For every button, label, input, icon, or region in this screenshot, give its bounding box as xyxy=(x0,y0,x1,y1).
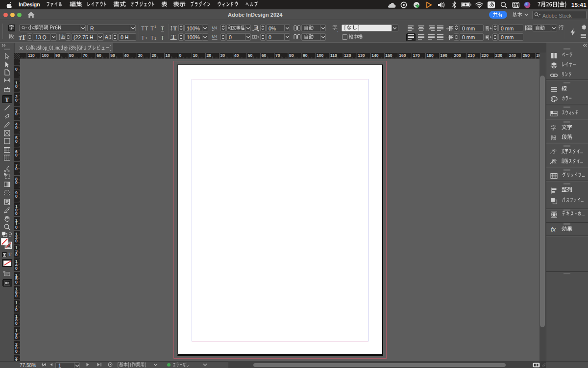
svg-text:140: 140 xyxy=(371,53,379,58)
svg-text:0: 0 xyxy=(15,238,18,243)
svg-text:T: T xyxy=(22,34,26,40)
svg-text:160: 160 xyxy=(399,53,406,58)
svg-text:0: 0 xyxy=(15,321,18,326)
svg-text:250: 250 xyxy=(523,53,530,58)
svg-text:80: 80 xyxy=(289,53,294,58)
svg-text:あ: あ xyxy=(61,34,65,38)
svg-text:0: 0 xyxy=(15,211,18,216)
svg-text:0: 0 xyxy=(15,97,18,102)
svg-text:240: 240 xyxy=(509,53,516,58)
svg-text:60: 60 xyxy=(97,53,101,58)
svg-text:0: 0 xyxy=(15,66,18,71)
svg-text:0: 0 xyxy=(15,335,18,340)
svg-text:180: 180 xyxy=(426,53,434,58)
svg-text:A: A xyxy=(105,34,108,40)
svg-text:0: 0 xyxy=(15,348,18,353)
svg-text:40: 40 xyxy=(124,53,129,58)
svg-text:VA: VA xyxy=(212,34,218,39)
svg-text:0: 0 xyxy=(15,280,18,285)
svg-text:90: 90 xyxy=(55,53,60,58)
svg-text:0: 0 xyxy=(15,307,18,312)
svg-text:0: 0 xyxy=(179,53,182,58)
svg-text:120: 120 xyxy=(344,53,351,58)
svg-text:0: 0 xyxy=(15,111,18,116)
svg-text:70: 70 xyxy=(275,53,280,58)
svg-text:60: 60 xyxy=(262,53,267,58)
svg-text:VA: VA xyxy=(212,26,218,30)
svg-text:100: 100 xyxy=(317,53,324,58)
svg-text:80: 80 xyxy=(69,53,74,58)
svg-text:170: 170 xyxy=(413,53,420,58)
svg-text:0: 0 xyxy=(15,252,18,257)
svg-text:110: 110 xyxy=(28,53,35,58)
svg-text:230: 230 xyxy=(495,53,503,58)
svg-text:90: 90 xyxy=(303,53,308,58)
svg-text:0: 0 xyxy=(15,225,18,230)
svg-text:30: 30 xyxy=(220,53,225,58)
svg-text:10: 10 xyxy=(165,53,170,58)
svg-text:0: 0 xyxy=(15,293,18,298)
svg-text:0: 0 xyxy=(15,125,18,130)
svg-text:0: 0 xyxy=(15,152,18,157)
svg-text:70: 70 xyxy=(83,53,88,58)
svg-text:0: 0 xyxy=(15,266,18,271)
svg-text:50: 50 xyxy=(248,53,253,58)
svg-text:T: T xyxy=(173,25,177,31)
svg-text:0: 0 xyxy=(15,138,18,143)
svg-text:190: 190 xyxy=(441,53,448,58)
svg-text:110: 110 xyxy=(330,53,337,58)
svg-text:150: 150 xyxy=(385,53,392,58)
svg-text:40: 40 xyxy=(234,53,239,58)
svg-text:0: 0 xyxy=(15,83,18,88)
svg-text:0: 0 xyxy=(15,166,18,171)
svg-text:10: 10 xyxy=(193,53,198,58)
svg-text:30: 30 xyxy=(138,53,143,58)
svg-text:100: 100 xyxy=(42,53,49,58)
svg-text:130: 130 xyxy=(358,53,365,58)
svg-text:210: 210 xyxy=(468,53,475,58)
svg-text:あ: あ xyxy=(255,26,258,30)
svg-text:200: 200 xyxy=(454,53,462,58)
svg-text:220: 220 xyxy=(482,53,489,58)
svg-text:0: 0 xyxy=(15,194,18,199)
svg-text:20: 20 xyxy=(207,53,212,58)
svg-text:20: 20 xyxy=(151,53,156,58)
svg-text:0: 0 xyxy=(15,180,18,184)
svg-text:50: 50 xyxy=(110,53,115,58)
